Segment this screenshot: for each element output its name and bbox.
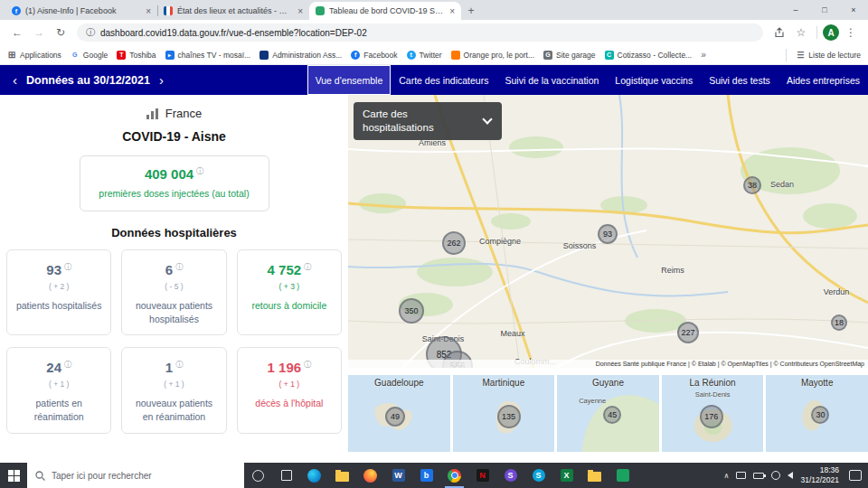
bookmarks-overflow-icon[interactable] [701,50,706,60]
nav-logistique-vaccins[interactable]: Logistique vaccins [607,65,701,95]
browser-menu-icon[interactable] [841,23,861,42]
bookmark-toshiba[interactable]: Toshiba [117,51,156,60]
territory-guyane[interactable]: Guyane Cayenne 45 [557,375,659,452]
address-bar[interactable]: dashboard.covid19.data.gouv.fr/vue-d-ens… [77,23,763,42]
bookmark-google[interactable]: Google [71,51,108,60]
info-icon[interactable] [64,361,71,369]
tab-etat-des-lieux[interactable]: État des lieux et actualités - Mini [157,2,309,20]
territory-marker[interactable]: 49 [385,407,405,427]
forward-icon[interactable] [29,23,49,42]
territory-la-reunion[interactable]: La Réunion Saint-Denis 176 [662,375,764,452]
territory-name: La Réunion [662,378,764,388]
taskbar-clock[interactable]: 18:36 31/12/2021 [800,465,839,485]
file-explorer-icon[interactable] [580,463,609,488]
reading-list-button[interactable]: Liste de lecture [796,51,861,60]
battery-icon[interactable] [753,473,764,479]
info-icon[interactable] [175,263,183,271]
info-icon[interactable] [304,263,311,271]
info-icon[interactable] [175,361,183,369]
skype-icon[interactable] [524,463,552,488]
profile-avatar[interactable]: A [823,24,839,41]
territory-guadeloupe[interactable]: Guadeloupe 49 [348,375,450,452]
sheets-icon[interactable] [609,463,637,488]
tab-facebook[interactable]: (1) Aisne-Info | Facebook [5,2,157,20]
previous-day-icon[interactable] [13,73,17,87]
territory-mayotte[interactable]: Mayotte 30 [766,375,868,452]
cortana-icon[interactable] [244,463,272,488]
bookmark-label: chaînes TV - mosaï... [178,51,251,60]
volume-icon[interactable] [788,472,793,479]
region-selector[interactable]: France [0,107,348,120]
card-delta: ( + 3 ) [241,282,337,291]
territory-name: Martinique [453,378,555,388]
info-icon[interactable] [304,361,311,369]
folder-icon[interactable] [328,463,356,488]
bookmark-administration[interactable]: Administration Ass... [259,51,342,60]
word-icon[interactable] [384,463,412,488]
territory-martinique[interactable]: Martinique 135 [453,375,555,452]
map-marker[interactable]: 18 [831,314,847,331]
covid-dashboard-favicon [316,6,325,15]
hospitalisations-map[interactable]: Amiens Sedan Compiègne Soissons Reims Ve… [348,95,868,368]
bookmark-applications[interactable]: Applications [7,51,61,60]
nav-suivi-vaccination[interactable]: Suivi de la vaccination [496,65,607,95]
bookmark-twitter[interactable]: Twitter [407,51,442,60]
french-flag-favicon [164,6,173,15]
browser-tab-bar: (1) Aisne-Info | Facebook État des lieux… [0,0,868,20]
nav-suivi-tests[interactable]: Suivi des tests [701,65,778,95]
next-day-icon[interactable] [159,73,164,87]
map-marker[interactable]: 93 [598,224,618,244]
start-button[interactable] [0,463,27,488]
display-icon[interactable] [736,472,746,479]
map-marker[interactable]: 38 [743,176,761,194]
taskbar-search[interactable]: Taper ici pour rechercher [27,463,244,488]
tab-title: (1) Aisne-Info | Facebook [25,6,141,15]
back-icon[interactable] [7,23,27,42]
bing-icon[interactable] [412,463,440,488]
tab-close-icon[interactable] [297,6,303,16]
bookmark-chaines-tv[interactable]: chaînes TV - mosaï... [165,51,251,60]
firefox-icon[interactable] [356,463,384,488]
tab-covid-dashboard[interactable]: Tableau de bord COVID-19 Suivi [309,2,461,20]
new-tab-button[interactable] [461,2,481,20]
map-marker[interactable]: 262 [442,231,466,255]
card-label: patients en réanimation [11,397,107,423]
close-button[interactable] [839,0,868,20]
purple-s-app-icon[interactable] [496,463,524,488]
bookmark-site-garage[interactable]: Site garage [543,51,595,60]
map-marker[interactable]: 227 [677,322,699,343]
nav-aides-entreprises[interactable]: Aides entreprises [778,65,868,95]
excel-icon[interactable] [552,463,580,488]
territory-marker[interactable]: 135 [497,405,521,428]
territory-marker[interactable]: 176 [700,405,723,428]
apps-grid-icon [7,51,16,60]
bookmark-cotizasso[interactable]: Cotizasso - Collecte... [605,51,693,60]
tv-icon [165,51,175,60]
map-layer-dropdown[interactable]: Carte des hospitalisations [354,102,502,140]
page-title: COVID-19 - Aisne [0,129,348,144]
notification-center-icon[interactable] [849,470,862,481]
tray-expand-icon[interactable] [724,472,730,480]
reload-icon[interactable] [51,23,71,42]
edge-icon[interactable] [300,463,328,488]
tab-close-icon[interactable] [146,6,151,16]
task-view-icon[interactable] [272,463,300,488]
site-info-icon[interactable] [86,26,95,39]
map-marker[interactable]: 350 [399,298,424,324]
share-icon[interactable] [769,23,789,42]
maximize-button[interactable] [810,0,839,20]
minimize-button[interactable] [781,0,810,20]
bookmark-orange[interactable]: Orange pro, le port... [451,51,534,60]
bookmark-facebook[interactable]: Facebook [351,51,397,60]
clock-date: 31/12/2021 [800,475,839,485]
info-icon[interactable] [196,167,203,175]
info-icon[interactable] [64,263,71,271]
chrome-icon[interactable] [440,463,468,488]
bookmark-star-icon[interactable] [791,23,811,42]
tab-close-icon[interactable] [449,6,455,16]
twitter-icon [407,51,416,60]
netflix-icon[interactable] [468,463,496,488]
nav-vue-densemble[interactable]: Vue d'ensemble [307,65,392,95]
nav-carte-indicateurs[interactable]: Carte des indicateurs [391,65,496,95]
network-icon[interactable] [771,471,780,480]
